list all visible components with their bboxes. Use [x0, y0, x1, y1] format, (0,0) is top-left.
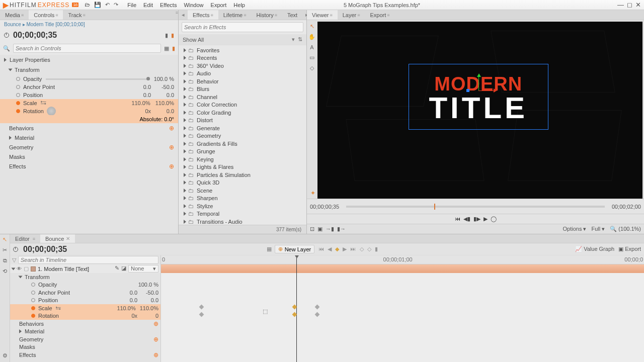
effects-folder-distort[interactable]: 🗀Distort: [179, 117, 306, 125]
blend-mode-dropdown[interactable]: None▾: [128, 265, 158, 273]
tl-masks[interactable]: Masks: [10, 343, 160, 351]
kf-toggle-opacity[interactable]: [16, 77, 20, 81]
value-graph-button[interactable]: 📈 Value Graph: [575, 246, 614, 252]
kf-toggle-position[interactable]: [16, 93, 20, 97]
kf-nav-dot3[interactable]: ▮: [375, 246, 378, 252]
transform-header[interactable]: Transform: [0, 65, 178, 75]
tab-effects[interactable]: Effects≡: [188, 10, 218, 20]
sub-effects[interactable]: Effects⊕: [0, 161, 178, 171]
effects-folder-generate[interactable]: 🗀Generate: [179, 124, 306, 132]
tab-export[interactable]: Export≡: [365, 10, 395, 20]
tl-rotation[interactable]: Rotation0x0: [10, 312, 160, 320]
effects-folder-lights-flares[interactable]: 🗀Lights & Flares: [179, 163, 306, 171]
tl-behaviors[interactable]: Behaviors⊕: [10, 320, 160, 328]
sub-material[interactable]: Material: [0, 133, 178, 142]
menu-edit[interactable]: Edit: [143, 2, 153, 8]
clip-bar[interactable]: [161, 264, 644, 273]
effects-folder-360-video[interactable]: 🗀360° Video: [179, 62, 306, 70]
text-tool-icon[interactable]: A: [310, 44, 313, 50]
tl-snap-tool-icon[interactable]: ⧉: [3, 257, 7, 264]
tab-editor[interactable]: Editor≡: [10, 234, 40, 243]
tl-material[interactable]: Material: [10, 328, 160, 336]
tl-scale[interactable]: Scale⮀110.0%110.0%: [10, 304, 160, 312]
timeline-tracks[interactable]: 0 00;00;01;00 00;00;0 ⬚: [161, 255, 644, 362]
effects-folder-temporal[interactable]: 🗀Temporal: [179, 210, 306, 218]
kf-prev-icon[interactable]: ◀: [328, 246, 332, 252]
tab-lifetime[interactable]: Lifetime≡: [218, 10, 252, 20]
kf-toggle-scale[interactable]: [16, 101, 20, 105]
kf-first-icon[interactable]: ⏮: [318, 246, 324, 252]
tl-position[interactable]: Position0.00.0: [10, 297, 160, 305]
tl-timecode[interactable]: 00;00;00;35: [23, 245, 67, 254]
tl-clock-icon[interactable]: [13, 247, 18, 252]
keyframe-active-icon[interactable]: ▮: [171, 32, 174, 39]
loop-icon[interactable]: ◯: [491, 216, 497, 222]
mask-tool-icon[interactable]: ◇: [310, 65, 314, 71]
effects-folder-sharpen[interactable]: 🗀Sharpen: [179, 195, 306, 203]
prop-position[interactable]: Position 0.00.0: [0, 91, 178, 99]
add-geometry-icon[interactable]: ⊕: [169, 144, 174, 151]
play-icon[interactable]: ▶: [484, 216, 488, 222]
tab-history[interactable]: History≡: [252, 10, 283, 20]
filter-dropdown-icon[interactable]: ▾: [292, 36, 295, 43]
effects-folder-particles-simulation[interactable]: 🗀Particles & Simulation: [179, 171, 306, 179]
export-button[interactable]: ▣ Export: [618, 246, 641, 252]
timecode-display[interactable]: 00;00;00;35: [13, 31, 57, 40]
tl-filter-icon[interactable]: ▽: [12, 257, 16, 263]
options-dropdown[interactable]: Options ▾: [563, 226, 587, 232]
pencil-icon[interactable]: ✎: [115, 265, 119, 273]
tl-geometry[interactable]: Geometry⊕: [10, 335, 160, 343]
aspect-icon[interactable]: ⊡: [310, 226, 314, 232]
menu-window[interactable]: Window: [184, 2, 203, 8]
tl-add-effect-icon[interactable]: ⊕: [153, 351, 158, 358]
sort-icon[interactable]: ⇅: [298, 36, 302, 43]
in-icon[interactable]: →▮: [326, 226, 334, 232]
zoom-readout[interactable]: 🔍 (100.1%): [610, 226, 641, 232]
link-icon[interactable]: ⮀: [40, 100, 46, 107]
tl-rate-tool-icon[interactable]: ⟲: [3, 268, 7, 275]
tab-controls[interactable]: Controls≡: [29, 10, 63, 20]
quality-dropdown[interactable]: Full ▾: [592, 226, 605, 232]
opacity-slider[interactable]: [46, 78, 149, 80]
redo-icon[interactable]: ↷: [114, 2, 118, 8]
step-fwd-icon[interactable]: ▮▶: [473, 216, 480, 222]
close-tab-icon[interactable]: ✕: [66, 236, 70, 241]
sub-masks[interactable]: Masks: [0, 152, 178, 161]
timeline-search-input[interactable]: [18, 256, 158, 264]
effects-folder-gradients-fills[interactable]: 🗀Gradients & Fills: [179, 140, 306, 148]
minimize-icon[interactable]: —: [617, 1, 624, 9]
save-icon[interactable]: 💾: [94, 2, 101, 8]
tl-anchor[interactable]: Anchor Point0.0-50.0: [10, 289, 160, 297]
new-layer-button[interactable]: ⊕New Layer: [275, 245, 315, 253]
effects-folder-grunge[interactable]: 🗀Grunge: [179, 148, 306, 156]
tl-opacity[interactable]: Opacity100.0 %: [10, 281, 160, 289]
effects-filter[interactable]: Show All ▾⇅: [179, 34, 306, 45]
effects-folder-keying[interactable]: 🗀Keying: [179, 155, 306, 163]
effects-folder-geometry[interactable]: 🗀Geometry: [179, 132, 306, 140]
go-start-icon[interactable]: ⏮: [455, 216, 460, 222]
layer-color-icon[interactable]: [31, 266, 36, 272]
tab-text[interactable]: Text: [282, 10, 302, 20]
select-tool-icon[interactable]: ↖: [310, 23, 314, 30]
selected-text-layer[interactable]: MODERN TITLE: [409, 64, 548, 129]
effects-folder-color-grading[interactable]: 🗀Color Grading: [179, 109, 306, 117]
kf-rot-3[interactable]: [315, 312, 320, 317]
grid-view-icon[interactable]: ▦: [164, 45, 169, 52]
hand-tool-icon[interactable]: ✋: [308, 34, 315, 40]
search-icon[interactable]: 🔍: [3, 45, 10, 52]
add-behavior-icon[interactable]: ⊕: [169, 125, 174, 132]
prop-opacity[interactable]: Opacity 100.0 %: [0, 75, 178, 83]
keyframe-marker-icon[interactable]: ▮: [165, 32, 168, 39]
layer-row-modern-title[interactable]: 👁 ▢ 1. Modern Title [Text] ✎ ◪ None▾: [10, 264, 160, 273]
panel-prev-icon[interactable]: ◂: [179, 10, 188, 20]
playhead[interactable]: [296, 255, 297, 362]
step-back-icon[interactable]: ◀▮: [463, 216, 470, 222]
kf-next-icon[interactable]: ▶: [343, 246, 347, 252]
tab-viewer[interactable]: Viewer≡: [307, 10, 338, 20]
list-view-icon[interactable]: ▮: [172, 45, 175, 52]
kf-scale-3[interactable]: [315, 305, 320, 310]
kf-last-icon[interactable]: ⏭: [350, 246, 356, 252]
kf-nav-dot[interactable]: ◇: [360, 246, 364, 252]
effects-folder-recents[interactable]: 🗀Recents: [179, 54, 306, 62]
tab-layer[interactable]: Layer≡: [338, 10, 365, 20]
